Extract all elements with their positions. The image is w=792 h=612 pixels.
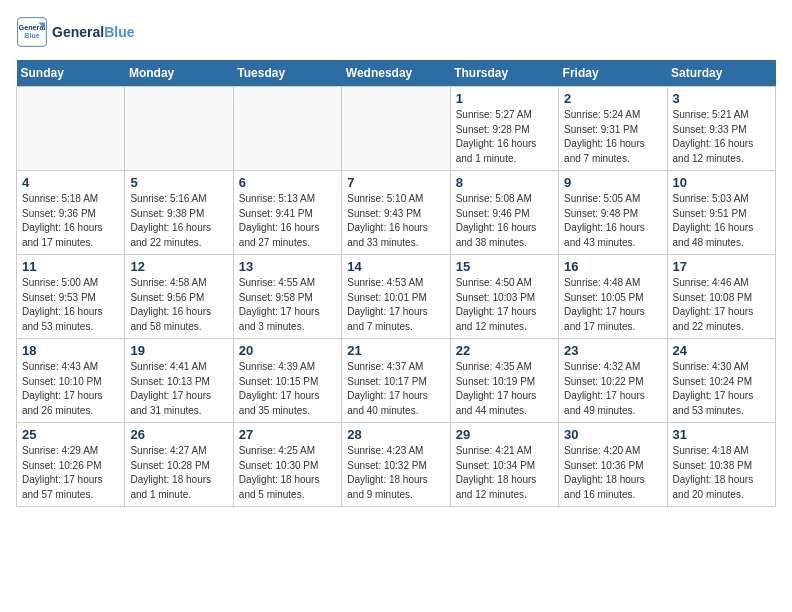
day-info: Sunrise: 5:18 AM Sunset: 9:36 PM Dayligh… [22,192,119,250]
day-number: 25 [22,427,119,442]
day-cell: 26Sunrise: 4:27 AM Sunset: 10:28 PM Dayl… [125,423,233,507]
day-number: 10 [673,175,770,190]
day-info: Sunrise: 5:16 AM Sunset: 9:38 PM Dayligh… [130,192,227,250]
day-info: Sunrise: 4:58 AM Sunset: 9:56 PM Dayligh… [130,276,227,334]
day-cell: 5Sunrise: 5:16 AM Sunset: 9:38 PM Daylig… [125,171,233,255]
week-row-1: 1Sunrise: 5:27 AM Sunset: 9:28 PM Daylig… [17,87,776,171]
day-cell: 18Sunrise: 4:43 AM Sunset: 10:10 PM Dayl… [17,339,125,423]
svg-text:Blue: Blue [24,31,40,40]
day-cell [342,87,450,171]
day-cell: 24Sunrise: 4:30 AM Sunset: 10:24 PM Dayl… [667,339,775,423]
day-info: Sunrise: 5:24 AM Sunset: 9:31 PM Dayligh… [564,108,661,166]
day-info: Sunrise: 4:21 AM Sunset: 10:34 PM Daylig… [456,444,553,502]
day-cell: 6Sunrise: 5:13 AM Sunset: 9:41 PM Daylig… [233,171,341,255]
day-number: 8 [456,175,553,190]
day-number: 4 [22,175,119,190]
day-cell [233,87,341,171]
day-number: 23 [564,343,661,358]
day-number: 30 [564,427,661,442]
day-cell: 30Sunrise: 4:20 AM Sunset: 10:36 PM Dayl… [559,423,667,507]
day-number: 19 [130,343,227,358]
day-info: Sunrise: 4:27 AM Sunset: 10:28 PM Daylig… [130,444,227,502]
day-cell: 7Sunrise: 5:10 AM Sunset: 9:43 PM Daylig… [342,171,450,255]
day-number: 31 [673,427,770,442]
day-cell: 3Sunrise: 5:21 AM Sunset: 9:33 PM Daylig… [667,87,775,171]
day-info: Sunrise: 4:23 AM Sunset: 10:32 PM Daylig… [347,444,444,502]
calendar-table: SundayMondayTuesdayWednesdayThursdayFrid… [16,60,776,507]
day-cell: 8Sunrise: 5:08 AM Sunset: 9:46 PM Daylig… [450,171,558,255]
day-number: 21 [347,343,444,358]
day-cell: 31Sunrise: 4:18 AM Sunset: 10:38 PM Dayl… [667,423,775,507]
day-number: 13 [239,259,336,274]
day-info: Sunrise: 4:32 AM Sunset: 10:22 PM Daylig… [564,360,661,418]
day-number: 9 [564,175,661,190]
day-number: 1 [456,91,553,106]
day-info: Sunrise: 4:25 AM Sunset: 10:30 PM Daylig… [239,444,336,502]
logo: General Blue GeneralBlue [16,16,134,48]
day-info: Sunrise: 5:10 AM Sunset: 9:43 PM Dayligh… [347,192,444,250]
day-info: Sunrise: 4:30 AM Sunset: 10:24 PM Daylig… [673,360,770,418]
day-info: Sunrise: 4:48 AM Sunset: 10:05 PM Daylig… [564,276,661,334]
day-info: Sunrise: 5:05 AM Sunset: 9:48 PM Dayligh… [564,192,661,250]
day-number: 27 [239,427,336,442]
day-cell: 1Sunrise: 5:27 AM Sunset: 9:28 PM Daylig… [450,87,558,171]
day-info: Sunrise: 4:37 AM Sunset: 10:17 PM Daylig… [347,360,444,418]
day-cell: 10Sunrise: 5:03 AM Sunset: 9:51 PM Dayli… [667,171,775,255]
day-number: 16 [564,259,661,274]
week-row-5: 25Sunrise: 4:29 AM Sunset: 10:26 PM Dayl… [17,423,776,507]
day-number: 2 [564,91,661,106]
day-info: Sunrise: 4:43 AM Sunset: 10:10 PM Daylig… [22,360,119,418]
header-cell-tuesday: Tuesday [233,60,341,87]
day-number: 12 [130,259,227,274]
logo-text: GeneralBlue [52,24,134,40]
day-cell: 27Sunrise: 4:25 AM Sunset: 10:30 PM Dayl… [233,423,341,507]
day-info: Sunrise: 4:53 AM Sunset: 10:01 PM Daylig… [347,276,444,334]
day-info: Sunrise: 4:41 AM Sunset: 10:13 PM Daylig… [130,360,227,418]
page-header: General Blue GeneralBlue [16,16,776,48]
day-number: 14 [347,259,444,274]
day-cell: 23Sunrise: 4:32 AM Sunset: 10:22 PM Dayl… [559,339,667,423]
day-number: 20 [239,343,336,358]
day-info: Sunrise: 4:20 AM Sunset: 10:36 PM Daylig… [564,444,661,502]
day-cell: 15Sunrise: 4:50 AM Sunset: 10:03 PM Dayl… [450,255,558,339]
week-row-3: 11Sunrise: 5:00 AM Sunset: 9:53 PM Dayli… [17,255,776,339]
day-info: Sunrise: 5:00 AM Sunset: 9:53 PM Dayligh… [22,276,119,334]
day-info: Sunrise: 4:55 AM Sunset: 9:58 PM Dayligh… [239,276,336,334]
day-info: Sunrise: 5:27 AM Sunset: 9:28 PM Dayligh… [456,108,553,166]
day-cell: 13Sunrise: 4:55 AM Sunset: 9:58 PM Dayli… [233,255,341,339]
day-cell: 9Sunrise: 5:05 AM Sunset: 9:48 PM Daylig… [559,171,667,255]
day-info: Sunrise: 5:13 AM Sunset: 9:41 PM Dayligh… [239,192,336,250]
day-cell: 17Sunrise: 4:46 AM Sunset: 10:08 PM Dayl… [667,255,775,339]
week-row-4: 18Sunrise: 4:43 AM Sunset: 10:10 PM Dayl… [17,339,776,423]
day-cell [125,87,233,171]
day-cell: 12Sunrise: 4:58 AM Sunset: 9:56 PM Dayli… [125,255,233,339]
day-info: Sunrise: 4:39 AM Sunset: 10:15 PM Daylig… [239,360,336,418]
week-row-2: 4Sunrise: 5:18 AM Sunset: 9:36 PM Daylig… [17,171,776,255]
day-number: 17 [673,259,770,274]
day-info: Sunrise: 5:08 AM Sunset: 9:46 PM Dayligh… [456,192,553,250]
day-cell: 22Sunrise: 4:35 AM Sunset: 10:19 PM Dayl… [450,339,558,423]
header-cell-thursday: Thursday [450,60,558,87]
day-cell [17,87,125,171]
day-info: Sunrise: 5:21 AM Sunset: 9:33 PM Dayligh… [673,108,770,166]
day-cell: 14Sunrise: 4:53 AM Sunset: 10:01 PM Dayl… [342,255,450,339]
day-cell: 16Sunrise: 4:48 AM Sunset: 10:05 PM Dayl… [559,255,667,339]
header-cell-saturday: Saturday [667,60,775,87]
day-number: 7 [347,175,444,190]
day-info: Sunrise: 4:29 AM Sunset: 10:26 PM Daylig… [22,444,119,502]
day-cell: 4Sunrise: 5:18 AM Sunset: 9:36 PM Daylig… [17,171,125,255]
day-number: 11 [22,259,119,274]
header-row: SundayMondayTuesdayWednesdayThursdayFrid… [17,60,776,87]
day-info: Sunrise: 5:03 AM Sunset: 9:51 PM Dayligh… [673,192,770,250]
day-cell: 29Sunrise: 4:21 AM Sunset: 10:34 PM Dayl… [450,423,558,507]
day-number: 15 [456,259,553,274]
day-number: 5 [130,175,227,190]
day-cell: 19Sunrise: 4:41 AM Sunset: 10:13 PM Dayl… [125,339,233,423]
logo-icon: General Blue [16,16,48,48]
header-cell-wednesday: Wednesday [342,60,450,87]
day-info: Sunrise: 4:35 AM Sunset: 10:19 PM Daylig… [456,360,553,418]
day-number: 22 [456,343,553,358]
day-cell: 2Sunrise: 5:24 AM Sunset: 9:31 PM Daylig… [559,87,667,171]
day-info: Sunrise: 4:50 AM Sunset: 10:03 PM Daylig… [456,276,553,334]
day-cell: 21Sunrise: 4:37 AM Sunset: 10:17 PM Dayl… [342,339,450,423]
